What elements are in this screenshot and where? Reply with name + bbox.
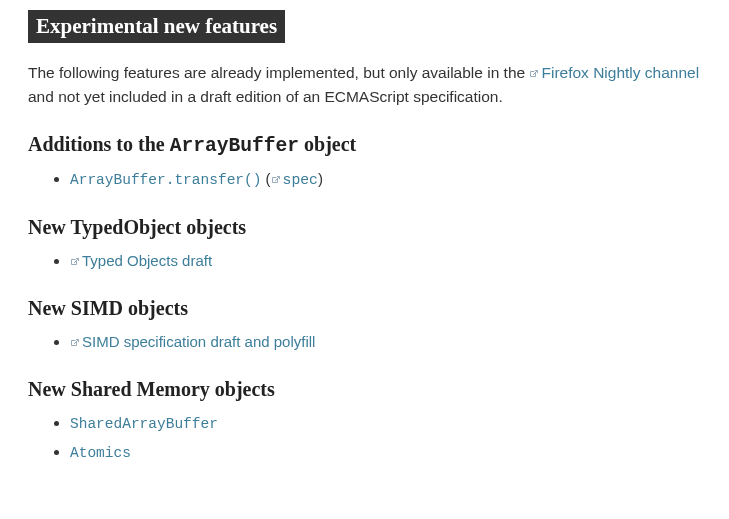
intro-paragraph: The following features are already imple…: [28, 61, 701, 109]
firefox-nightly-link-text: Firefox Nightly channel: [541, 64, 699, 81]
subhead-shared-memory: New Shared Memory objects: [28, 378, 701, 401]
document-content: Experimental new features The following …: [0, 0, 729, 496]
section-heading-experimental: Experimental new features: [28, 10, 285, 43]
list-item: SIMD specification draft and polyfill: [70, 328, 701, 356]
atomics-link[interactable]: Atomics: [70, 445, 131, 461]
subhead-arraybuffer: Additions to the ArrayBuffer object: [28, 133, 701, 157]
simd-spec-text: SIMD specification draft and polyfill: [82, 333, 315, 350]
spec-link-text: spec: [283, 172, 318, 188]
list-item: SharedArrayBuffer: [70, 409, 701, 438]
typedobject-list: Typed Objects draft: [28, 247, 701, 275]
subhead-typedobject: New TypedObject objects: [28, 216, 701, 239]
list-item: Atomics: [70, 438, 701, 467]
subhead-arraybuffer-code: ArrayBuffer: [170, 135, 299, 157]
firefox-nightly-link[interactable]: Firefox Nightly channel: [529, 64, 699, 81]
external-link-icon: [70, 328, 80, 356]
subhead-arraybuffer-suffix: object: [299, 133, 356, 155]
shared-memory-list: SharedArrayBuffer Atomics: [28, 409, 701, 467]
arraybuffer-transfer-link[interactable]: ArrayBuffer.transfer(): [70, 172, 261, 188]
paren-open: (: [261, 170, 270, 187]
intro-text-1: The following features are already imple…: [28, 64, 525, 81]
simd-spec-link[interactable]: SIMD specification draft and polyfill: [70, 333, 315, 350]
list-item: ArrayBuffer.transfer() (spec): [70, 165, 701, 194]
list-item: Typed Objects draft: [70, 247, 701, 275]
typed-objects-draft-text: Typed Objects draft: [82, 252, 212, 269]
paren-close: ): [318, 170, 323, 187]
typed-objects-draft-link[interactable]: Typed Objects draft: [70, 252, 212, 269]
subhead-arraybuffer-prefix: Additions to the: [28, 133, 170, 155]
external-link-icon: [271, 165, 281, 193]
arraybuffer-list: ArrayBuffer.transfer() (spec): [28, 165, 701, 194]
spec-link[interactable]: spec: [271, 170, 318, 187]
external-link-icon: [529, 61, 539, 85]
external-link-icon: [70, 247, 80, 275]
subhead-simd: New SIMD objects: [28, 297, 701, 320]
simd-list: SIMD specification draft and polyfill: [28, 328, 701, 356]
intro-text-2: and not yet included in a draft edition …: [28, 88, 503, 105]
sharedarraybuffer-link[interactable]: SharedArrayBuffer: [70, 416, 218, 432]
